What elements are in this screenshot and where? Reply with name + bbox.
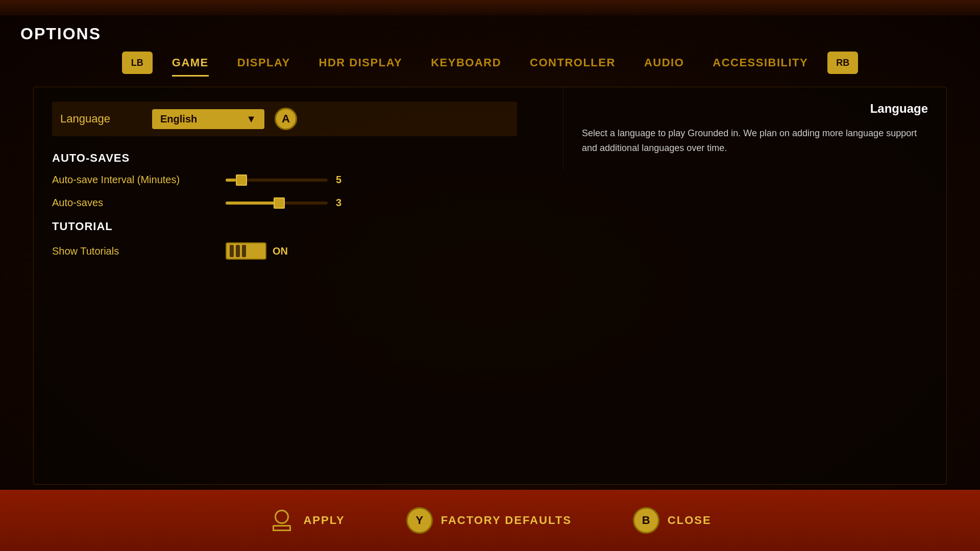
toggle-stripe-1 <box>230 245 234 257</box>
auto-saves-track[interactable] <box>226 202 328 205</box>
close-action[interactable]: B CLOSE <box>633 507 712 534</box>
auto-saves-thumb[interactable] <box>274 197 285 209</box>
ls-button-icon <box>268 507 295 534</box>
close-label: CLOSE <box>668 514 712 527</box>
tab-accessibility[interactable]: ACCESSIBILITY <box>698 51 822 74</box>
language-row: Language English ▼ A <box>52 102 517 136</box>
tutorial-header: TUTORIAL <box>52 220 517 233</box>
language-value: English <box>160 113 197 125</box>
auto-save-interval-row: Auto-save Interval (Minutes) 5 <box>52 174 517 186</box>
tab-rb-button[interactable]: RB <box>827 52 858 74</box>
auto-save-interval-track[interactable] <box>226 179 328 182</box>
tab-display[interactable]: DISPLAY <box>223 51 305 74</box>
b-button: B <box>633 507 659 534</box>
auto-save-interval-label: Auto-save Interval (Minutes) <box>52 174 215 186</box>
description-panel: Language Select a language to play Groun… <box>563 87 946 170</box>
ls-icon <box>273 510 291 531</box>
auto-save-interval-slider-container: 5 <box>226 174 348 186</box>
tab-hdr-display[interactable]: HDR DISPLAY <box>305 51 417 74</box>
apply-action[interactable]: APPLY <box>268 507 345 534</box>
settings-left: Language English ▼ A AUTO-SAVES Auto-sav… <box>34 87 535 285</box>
auto-saves-label: Auto-saves <box>52 197 215 209</box>
toggle-stripe-2 <box>236 245 240 257</box>
description-text: Select a language to play Grounded in. W… <box>582 126 928 156</box>
ls-base <box>273 525 291 531</box>
show-tutorials-toggle[interactable] <box>226 242 266 260</box>
y-button-label: Y <box>415 514 423 527</box>
tab-keyboard[interactable]: KEYBOARD <box>416 51 516 74</box>
tab-controller[interactable]: CONTROLLER <box>516 51 630 74</box>
b-button-label: B <box>642 514 650 527</box>
top-bar <box>0 0 980 15</box>
tab-bar: LB GAME DISPLAY HDR DISPLAY KEYBOARD CON… <box>0 51 980 74</box>
apply-label: APPLY <box>303 514 345 527</box>
auto-saves-value: 3 <box>336 197 348 209</box>
language-select[interactable]: English ▼ <box>152 109 264 129</box>
auto-saves-count-row: Auto-saves 3 <box>52 197 517 209</box>
show-tutorials-label: Show Tutorials <box>52 245 215 257</box>
tab-lb-button[interactable]: LB <box>122 52 153 74</box>
auto-saves-fill <box>226 202 277 205</box>
auto-save-interval-fill <box>226 179 236 182</box>
show-tutorials-row: Show Tutorials ON <box>52 242 517 260</box>
auto-save-interval-thumb[interactable] <box>236 174 247 186</box>
bottom-bar: APPLY Y FACTORY DEFAULTS B CLOSE <box>0 490 980 551</box>
dropdown-arrow-icon: ▼ <box>246 113 256 125</box>
auto-saves-header: AUTO-SAVES <box>52 152 517 165</box>
language-label: Language <box>60 112 142 126</box>
auto-saves-slider-container: 3 <box>226 197 348 209</box>
tab-audio[interactable]: AUDIO <box>630 51 698 74</box>
show-tutorials-value: ON <box>273 245 288 257</box>
factory-defaults-label: FACTORY DEFAULTS <box>441 514 572 527</box>
factory-defaults-action[interactable]: Y FACTORY DEFAULTS <box>406 507 572 534</box>
language-confirm-button[interactable]: A <box>275 108 297 130</box>
page-title: OPTIONS <box>20 24 101 43</box>
ls-circle <box>275 510 289 524</box>
tab-game[interactable]: GAME <box>158 51 223 74</box>
y-button: Y <box>406 507 433 534</box>
description-title: Language <box>582 102 928 116</box>
toggle-stripe-3 <box>242 245 246 257</box>
show-tutorials-toggle-container: ON <box>226 242 288 260</box>
main-background: OPTIONS LB GAME DISPLAY HDR DISPLAY KEYB… <box>0 15 980 551</box>
auto-save-interval-value: 5 <box>336 174 348 186</box>
a-button-label: A <box>282 112 290 126</box>
content-panel: Language English ▼ A AUTO-SAVES Auto-sav… <box>33 87 947 485</box>
